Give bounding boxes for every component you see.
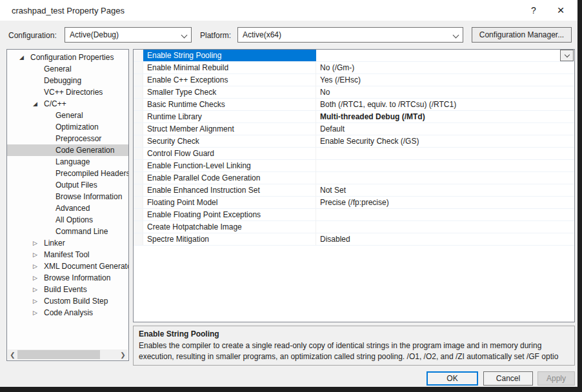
tree-item-label: VC++ Directories [44,88,103,97]
tree-item-linker[interactable]: ▷Linker [7,237,128,249]
property-value[interactable]: Multi-threaded Debug (/MTd) [316,111,574,122]
property-value[interactable]: Disabled [316,233,574,245]
property-name[interactable]: Create Hotpatchable Image [143,221,316,233]
property-name[interactable]: Enable String Pooling [143,50,316,61]
tree-item-optimization[interactable]: Optimization [7,121,128,133]
tree-item-label: Linker [44,239,65,248]
property-row-create-hotpatchable-image[interactable]: Create Hotpatchable Image [134,221,574,233]
property-value[interactable]: Yes (/EHsc) [316,74,574,86]
tree-item-browse-information[interactable]: ▷Browse Information [7,272,128,284]
property-value[interactable] [316,209,574,220]
collapsed-triangle-icon[interactable]: ▷ [33,284,37,295]
property-name[interactable]: Enable C++ Exceptions [143,74,316,86]
configuration-manager-button[interactable]: Configuration Manager... [472,27,572,43]
tree-item-manifest-tool[interactable]: ▷Manifest Tool [7,249,128,260]
property-value[interactable] [316,148,574,159]
tree-item-precompiled-headers[interactable]: Precompiled Headers [7,168,128,179]
property-description-box: Enable String Pooling Enables the compil… [133,326,575,366]
ok-button[interactable]: OK [426,371,478,386]
expanded-triangle-icon[interactable]: ◢ [19,52,24,63]
tree-item-all-options[interactable]: All Options [7,214,128,226]
property-value[interactable]: Both (/RTC1, equiv. to /RTCsu) (/RTC1) [316,99,574,110]
property-row-struct-member-alignment[interactable]: Struct Member AlignmentDefault [134,123,574,135]
scroll-right-icon[interactable]: ❯ [118,349,128,360]
tree-item-advanced[interactable]: Advanced [7,202,128,214]
property-row-security-check[interactable]: Security CheckEnable Security Check (/GS… [134,135,574,148]
property-name[interactable]: Enable Function-Level Linking [143,160,316,172]
property-value[interactable] [316,50,574,61]
tree-item-code-analysis[interactable]: ▷Code Analysis [7,307,128,318]
scrollbar-thumb[interactable] [17,350,100,359]
property-value[interactable]: No (/Gm-) [316,62,574,74]
property-value[interactable]: No [316,86,574,98]
property-row-spectre-mitigation[interactable]: Spectre MitigationDisabled [134,233,574,246]
tree-horizontal-scrollbar[interactable]: ❮ ❯ [8,349,128,360]
collapsed-triangle-icon[interactable]: ▷ [33,249,37,260]
scroll-left-icon[interactable]: ❮ [8,349,17,360]
configuration-dropdown[interactable]: Active(Debug) [65,27,192,43]
tree-item-custom-build-step[interactable]: ▷Custom Build Step [7,295,128,307]
close-button[interactable]: × [550,0,572,21]
tree-item-xml-document-generator[interactable]: ▷XML Document Generator [7,260,128,272]
property-name[interactable]: Control Flow Guard [143,148,316,159]
tree-item-code-generation[interactable]: Code Generation [7,144,128,156]
tree-item-label: Manifest Tool [44,250,89,259]
property-row-enable-parallel-code-generation[interactable]: Enable Parallel Code Generation [134,172,574,184]
apply-button[interactable]: Apply [537,371,575,386]
collapsed-triangle-icon[interactable]: ▷ [33,295,37,307]
property-row-runtime-library[interactable]: Runtime LibraryMulti-threaded Debug (/MT… [134,111,574,123]
property-name[interactable]: Floating Point Model [143,197,316,208]
property-name[interactable]: Enable Floating Point Exceptions [143,209,316,220]
tree-item-language[interactable]: Language [7,156,128,168]
property-value[interactable]: Enable Security Check (/GS) [316,135,574,147]
cancel-button[interactable]: Cancel [483,371,533,386]
property-row-enable-string-pooling[interactable]: Enable String Pooling [134,50,574,62]
collapsed-triangle-icon[interactable]: ▷ [33,260,37,272]
tree-item-c-c[interactable]: ◢C/C++ [7,98,128,110]
tree-item-command-line[interactable]: Command Line [7,226,128,237]
property-name[interactable]: Smaller Type Check [143,86,316,98]
property-row-enable-minimal-rebuild[interactable]: Enable Minimal RebuildNo (/Gm-) [134,62,574,74]
configuration-label: Configuration: [8,31,57,40]
property-row-enable-floating-point-exceptions[interactable]: Enable Floating Point Exceptions [134,209,574,221]
value-dropdown-button[interactable] [560,50,574,61]
property-value[interactable] [316,160,574,172]
property-value[interactable] [316,172,574,184]
property-value[interactable]: Default [316,123,574,135]
property-name[interactable]: Enable Parallel Code Generation [143,172,316,184]
property-name[interactable]: Security Check [143,135,316,147]
tree-item-label: Build Events [44,285,87,294]
property-name[interactable]: Basic Runtime Checks [143,99,316,110]
tree-item-vc-directories[interactable]: VC++ Directories [7,86,128,98]
collapsed-triangle-icon[interactable]: ▷ [33,307,37,318]
tree-item-configuration-properties[interactable]: ◢Configuration Properties [7,52,128,63]
expanded-triangle-icon[interactable]: ◢ [33,98,37,110]
tree-item-debugging[interactable]: Debugging [7,75,128,86]
tree-item-browse-information[interactable]: Browse Information [7,191,128,202]
property-name[interactable]: Enable Enhanced Instruction Set [143,184,316,196]
property-row-enable-c-exceptions[interactable]: Enable C++ ExceptionsYes (/EHsc) [134,74,574,86]
property-row-enable-function-level-linking[interactable]: Enable Function-Level Linking [134,160,574,172]
property-name[interactable]: Spectre Mitigation [143,233,316,245]
collapsed-triangle-icon[interactable]: ▷ [33,272,37,284]
platform-dropdown[interactable]: Active(x64) [237,27,463,43]
tree-item-output-files[interactable]: Output Files [7,179,128,191]
help-button[interactable]: ? [523,0,545,21]
tree-item-general[interactable]: General [7,110,128,121]
property-name[interactable]: Struct Member Alignment [143,123,316,135]
property-value[interactable]: Not Set [316,184,574,196]
property-row-floating-point-model[interactable]: Floating Point ModelPrecise (/fp:precise… [134,197,574,209]
property-row-control-flow-guard[interactable]: Control Flow Guard [134,148,574,160]
tree-item-label: Configuration Properties [30,53,114,62]
property-value[interactable] [316,221,574,233]
property-row-enable-enhanced-instruction-set[interactable]: Enable Enhanced Instruction SetNot Set [134,184,574,197]
collapsed-triangle-icon[interactable]: ▷ [33,237,37,249]
tree-item-build-events[interactable]: ▷Build Events [7,284,128,295]
property-name[interactable]: Runtime Library [143,111,316,122]
property-row-smaller-type-check[interactable]: Smaller Type CheckNo [134,86,574,99]
property-row-basic-runtime-checks[interactable]: Basic Runtime ChecksBoth (/RTC1, equiv. … [134,99,574,111]
tree-item-preprocessor[interactable]: Preprocessor [7,133,128,144]
property-name[interactable]: Enable Minimal Rebuild [143,62,316,74]
tree-item-general[interactable]: General [7,63,128,75]
property-value[interactable]: Precise (/fp:precise) [316,197,574,208]
